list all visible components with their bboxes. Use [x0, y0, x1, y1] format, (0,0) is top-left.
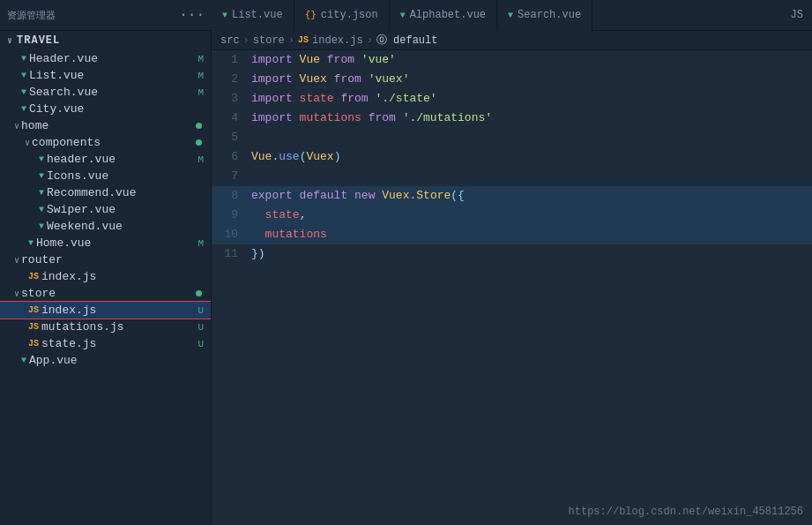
line-content: import Vuex from 'vuex' — [251, 70, 812, 89]
badge-m: M — [197, 54, 204, 64]
tree-item-swiper-vue[interactable]: ▼ Swiper.vue — [0, 201, 211, 218]
code-line-4: 4 import mutations from './mutations' — [212, 109, 812, 128]
line-number: 5 — [212, 128, 251, 147]
tab-city-json[interactable]: {} city.json — [294, 0, 390, 31]
tree-item-home-folder[interactable]: ∨ home — [0, 117, 211, 134]
tab-alphabet-vue-label: Alphabet.vue — [410, 9, 486, 21]
vue-icon: ▼ — [21, 87, 26, 97]
code-line-6: 6 Vue.use(Vuex) — [212, 147, 812, 167]
tree-item-recommend-vue[interactable]: ▼ Recommend.vue — [0, 184, 211, 201]
tree-item-mutations-js[interactable]: JS mutations.js U — [0, 319, 211, 335]
sidebar-menu-button[interactable]: ··· — [179, 7, 205, 23]
line-content: }) — [251, 244, 812, 264]
code-line-8: 8 export default new Vuex.Store({ — [212, 186, 812, 206]
tree-item-home-vue[interactable]: ▼ Home.vue M — [0, 235, 211, 251]
watermark: https://blog.csdn.net/weixin_45811256 — [569, 506, 803, 518]
tree-item-list-vue[interactable]: ▼ List.vue M — [0, 67, 211, 84]
line-content — [251, 128, 812, 147]
tab-vue-icon-list: ▼ — [222, 11, 227, 20]
badge-m: M — [197, 87, 204, 98]
tab-search-vue[interactable]: ▼ Search.vue — [497, 0, 592, 31]
tree-item-header-vue[interactable]: ▼ Header.vue M — [0, 50, 211, 67]
tree-item-label: store — [21, 287, 56, 300]
vue-icon: ▼ — [39, 171, 44, 181]
vue-icon: ▼ — [21, 356, 26, 365]
tree-item-router-index-js[interactable]: JS index.js — [0, 268, 211, 285]
tab-list-vue-label: List.vue — [232, 9, 283, 21]
editor-area: src › store › JS index.js › ⓪ default 1 … — [212, 31, 812, 525]
line-content — [251, 167, 812, 186]
tab-city-json-label: city.json — [321, 9, 378, 21]
tree-item-header-vue2[interactable]: ▼ header.vue M — [0, 151, 211, 168]
tab-list-vue[interactable]: ▼ List.vue — [212, 0, 294, 31]
breadcrumb-src: src — [220, 34, 240, 47]
badge-u: U — [197, 322, 204, 333]
js-icon: JS — [28, 322, 39, 332]
tab-alphabet-vue[interactable]: ▼ Alphabet.vue — [390, 0, 497, 31]
tree-item-label: home — [21, 119, 48, 132]
breadcrumb: src › store › JS index.js › ⓪ default — [212, 31, 812, 50]
sidebar-title: 资源管理器 — [7, 9, 56, 22]
code-editor[interactable]: 1 import Vue from 'vue' 2 import Vuex fr… — [212, 50, 812, 525]
line-content: import mutations from './mutations' — [251, 109, 812, 128]
vue-icon: ▼ — [21, 71, 26, 80]
tree-item-label: components — [32, 136, 101, 149]
tree-item-label: App.vue — [29, 354, 78, 367]
line-content: import Vue from 'vue' — [251, 50, 812, 70]
chevron-down-icon: ∨ — [7, 35, 13, 46]
tree-item-city-vue[interactable]: ▼ City.vue — [0, 101, 211, 117]
tree-item-label: router — [21, 253, 63, 266]
line-number: 2 — [212, 70, 251, 89]
js-icon: JS — [28, 305, 39, 315]
vue-icon: ▼ — [21, 54, 26, 64]
tree-item-store-index-js[interactable]: JS index.js U — [0, 302, 211, 319]
tree-item-label: City.vue — [29, 102, 84, 116]
code-line-11: 11 }) — [212, 244, 812, 264]
tree-item-store-folder[interactable]: ∨ store — [0, 285, 211, 302]
line-number: 10 — [212, 225, 251, 244]
chevron-right-icon: ∨ — [14, 255, 19, 266]
js-icon: JS — [28, 272, 39, 281]
tree-root-travel[interactable]: ∨ TRAVEL — [0, 31, 211, 50]
line-number: 1 — [212, 50, 251, 70]
vue-icon: ▼ — [28, 238, 34, 248]
tree-item-label: Search.vue — [29, 86, 98, 99]
badge-m: M — [197, 154, 204, 165]
code-line-2: 2 import Vuex from 'vuex' — [212, 70, 812, 89]
sidebar-header: 资源管理器 ··· — [0, 0, 212, 30]
tree-item-weekend-vue[interactable]: ▼ Weekend.vue — [0, 218, 211, 235]
line-number: 11 — [212, 244, 251, 264]
code-line-1: 1 import Vue from 'vue' — [212, 50, 812, 70]
breadcrumb-js-icon: JS — [298, 35, 309, 45]
breadcrumb-default: ⓪ default — [376, 33, 438, 48]
tree-item-router-folder[interactable]: ∨ router — [0, 251, 211, 268]
badge-dot — [196, 139, 202, 146]
line-content: export default new Vuex.Store({ — [251, 186, 812, 206]
line-content: import state from './state' — [251, 89, 812, 109]
vue-icon: ▼ — [39, 221, 44, 231]
tree-root-label: TRAVEL — [17, 34, 60, 47]
tree-item-state-js[interactable]: JS state.js U — [0, 335, 211, 352]
chevron-right-icon: ∨ — [25, 138, 30, 148]
vue-icon: ▼ — [39, 154, 44, 164]
chevron-right-icon: ∨ — [14, 121, 19, 131]
badge-u: U — [197, 339, 204, 349]
tab-vue-icon-search: ▼ — [508, 11, 513, 20]
breadcrumb-indexjs: index.js — [312, 34, 363, 47]
tree-item-label: index.js — [41, 270, 96, 283]
tab-vue-icon-alphabet: ▼ — [400, 11, 406, 20]
vue-icon: ▼ — [21, 104, 26, 114]
tree-item-icons-vue[interactable]: ▼ Icons.vue — [0, 168, 211, 184]
code-line-3: 3 import state from './state' — [212, 89, 812, 109]
tree-item-label: state.js — [41, 337, 96, 350]
line-number: 3 — [212, 89, 251, 109]
tree-item-app-vue[interactable]: ▼ App.vue — [0, 352, 211, 369]
tree-item-components-folder[interactable]: ∨ components — [0, 134, 211, 151]
line-content: state, — [251, 206, 812, 225]
badge-dot — [196, 123, 202, 129]
code-line-5: 5 — [212, 128, 812, 147]
tree-item-label: index.js — [41, 304, 96, 317]
code-line-10: 10 mutations — [212, 225, 812, 244]
tree-item-search-vue[interactable]: ▼ Search.vue M — [0, 84, 211, 101]
code-line-7: 7 — [212, 167, 812, 186]
